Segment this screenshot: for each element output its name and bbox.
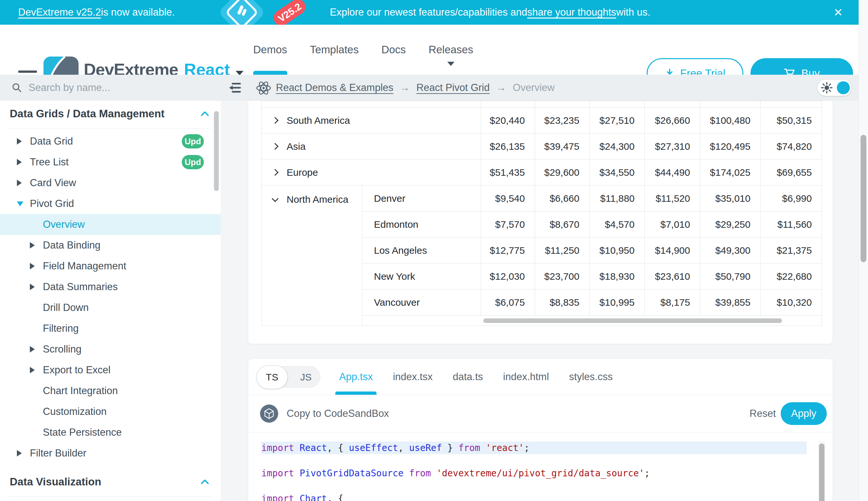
language-option-js[interactable]: JS [300, 366, 312, 388]
sidebar-item-customization[interactable]: Customization [0, 401, 221, 422]
code-editor[interactable]: import React, { useEffect, useRef } from… [248, 433, 833, 501]
pivot-value-cell: $29,600 [535, 160, 590, 185]
react-icon [256, 81, 271, 96]
pivot-region-cell[interactable]: Asia [262, 134, 481, 160]
pivot-value-cell [760, 101, 822, 108]
sidebar-item-export-to-excel[interactable]: Export to Excel [0, 360, 221, 381]
sidebar-item-label: Field Management [43, 260, 126, 272]
nav-item-templates[interactable]: Templates [310, 25, 359, 75]
sidebar-section-data-visualization[interactable]: Data Visualization [10, 475, 209, 488]
tab-styles-css[interactable]: styles.css [569, 359, 613, 395]
pivot-value-cell: $29,250 [700, 212, 760, 237]
theme-toggle[interactable] [817, 79, 851, 96]
sidebar-item-chart-integration[interactable]: Chart Integration [0, 381, 221, 401]
tab-index-tsx[interactable]: index.tsx [393, 359, 432, 395]
pivot-value-cell: $51,435 [481, 160, 535, 185]
sidebar-section-data-grids[interactable]: Data Grids / Data Management [10, 107, 209, 120]
sidebar-item-filter-builder[interactable]: Filter Builder [0, 443, 221, 463]
sidebar-item-filtering[interactable]: Filtering [0, 318, 221, 339]
code-token: , { [327, 443, 349, 453]
sidebar-item-state-persistence[interactable]: State Persistence [0, 422, 221, 443]
pivot-region-cell[interactable]: North America [262, 185, 362, 326]
code-line [261, 454, 833, 467]
banner-version-link[interactable]: DevExtreme v25.2 [18, 7, 101, 18]
chevron-right-icon [17, 180, 30, 186]
pivot-region-cell[interactable]: South America [262, 108, 481, 134]
chevron-right-icon[interactable] [272, 117, 278, 124]
code-line: import React, { useEffect, useRef } from… [261, 441, 807, 454]
collapse-sidebar-icon[interactable] [228, 81, 242, 96]
page-scrollbar-thumb[interactable] [860, 135, 866, 262]
pivot-value-cell: $44,490 [645, 160, 700, 185]
pivot-city-cell: New York [362, 264, 481, 289]
search-icon [12, 83, 22, 93]
region-label: Asia [287, 141, 306, 152]
sidebar-item-field-management[interactable]: Field Management [0, 256, 221, 277]
nav-item-docs[interactable]: Docs [382, 25, 406, 75]
breadcrumb-link-demos[interactable]: React Demos & Examples [276, 82, 393, 94]
search-input[interactable] [29, 82, 191, 94]
pivot-value-cell: $27,510 [590, 108, 645, 134]
code-scrollbar-thumb[interactable] [819, 444, 824, 501]
code-token: ; [524, 443, 529, 453]
chevron-right-icon[interactable] [272, 169, 278, 176]
banner-close-button[interactable]: ✕ [828, 0, 848, 25]
horizontal-scrollbar-thumb[interactable] [483, 318, 782, 323]
pivot-value-cell: $34,550 [590, 160, 645, 185]
sidebar-item-drill-down[interactable]: Drill Down [0, 297, 221, 318]
tab-index-html[interactable]: index.html [503, 359, 549, 395]
code-token: PivotGridDataSource [300, 468, 404, 479]
sidebar-item-data-binding[interactable]: Data Binding [0, 235, 221, 256]
chevron-right-icon [30, 346, 43, 352]
pivot-value-cell: $23,700 [535, 264, 590, 289]
language-option-ts[interactable]: TS [256, 365, 288, 389]
code-token: 'react' [486, 443, 524, 453]
sidebar-item-pivot-grid[interactable]: Pivot Grid [0, 193, 221, 214]
sidebar-item-tree-list[interactable]: Tree ListUpd [0, 152, 221, 172]
pivot-value-cell: $6,075 [481, 289, 535, 316]
codesandbox-icon [260, 405, 278, 423]
code-token: ; [644, 468, 650, 479]
app-header: JS DevExtremeReact by DevExpress Demos T… [0, 25, 859, 75]
nav-item-releases[interactable]: Releases [428, 25, 473, 75]
chevron-down-icon[interactable] [272, 195, 278, 202]
pivot-value-cell [590, 101, 645, 108]
pivot-value-cell: $26,135 [481, 134, 535, 160]
banner-share-link[interactable]: share your thoughts [527, 7, 616, 18]
sidebar-item-scrolling[interactable]: Scrolling [0, 339, 221, 360]
sidebar-item-card-view[interactable]: Card View [0, 172, 221, 193]
pivot-value-cell: $24,300 [590, 134, 645, 160]
pivot-value-cell: $39,855 [700, 289, 760, 316]
pivot-value-cell: $50,790 [700, 264, 760, 289]
pivot-value-cell: $20,440 [481, 108, 535, 134]
pivot-region-cell[interactable]: Europe [262, 160, 481, 185]
pivot-label-cell [262, 101, 481, 108]
pivot-value-cell: $14,900 [645, 237, 700, 264]
code-token: React [300, 443, 327, 453]
code-line [261, 480, 833, 492]
tab-app-tsx[interactable]: App.tsx [339, 359, 373, 395]
reset-button[interactable]: Reset [749, 395, 776, 432]
tab-data-ts[interactable]: data.ts [453, 359, 483, 395]
pivot-grid: South America$20,440$23,235$27,510$26,66… [261, 101, 822, 326]
language-toggle[interactable]: TS JS [257, 366, 320, 387]
sidebar-scrollbar-thumb[interactable] [214, 111, 219, 191]
sidebar-item-data-summaries[interactable]: Data Summaries [0, 277, 221, 297]
pivot-value-cell: $10,995 [590, 289, 645, 316]
apply-button[interactable]: Apply [781, 402, 827, 425]
sidebar-item-overview[interactable]: Overview [0, 214, 221, 235]
table-row-asia: Asia$26,135$39,475$24,300$27,310$120,495… [262, 134, 822, 160]
sidebar-item-data-grid[interactable]: Data GridUpd [0, 131, 221, 152]
section-title: Data Visualization [10, 476, 101, 488]
breadcrumb: React Demos & Examples → React Pivot Gri… [276, 75, 555, 101]
nav-label: Releases [428, 44, 473, 56]
breadcrumb-link-pivot-grid[interactable]: React Pivot Grid [417, 82, 490, 94]
chevron-right-icon [30, 242, 43, 248]
code-token: , [398, 443, 409, 453]
copy-to-codesandbox-button[interactable]: Copy to CodeSandBox [260, 395, 389, 432]
theme-toggle-knob[interactable] [837, 81, 850, 94]
pivot-value-cell: $7,010 [645, 212, 700, 237]
chevron-right-icon[interactable] [272, 143, 278, 150]
code-line: import PivotGridDataSource from 'devextr… [261, 467, 833, 480]
nav-item-demos[interactable]: Demos [253, 25, 287, 75]
